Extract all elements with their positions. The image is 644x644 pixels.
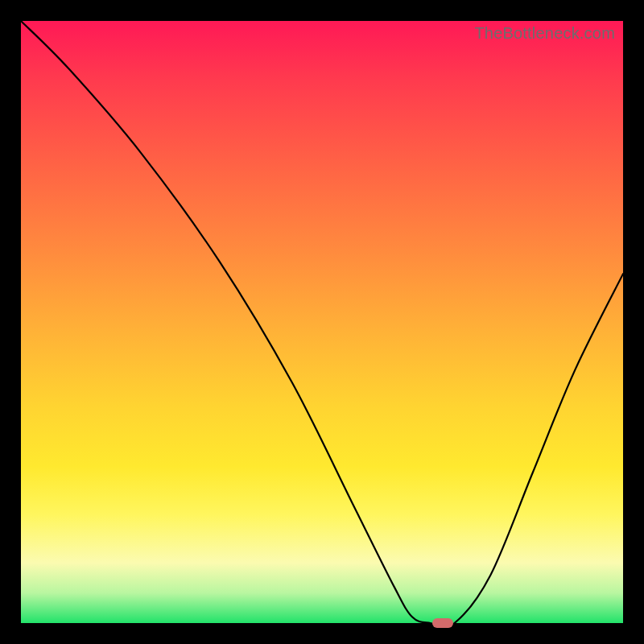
plot-area: TheBottleneck.com <box>21 21 623 623</box>
bottleneck-curve <box>21 21 623 623</box>
optimum-marker <box>432 618 453 628</box>
chart-frame: TheBottleneck.com <box>0 0 644 644</box>
